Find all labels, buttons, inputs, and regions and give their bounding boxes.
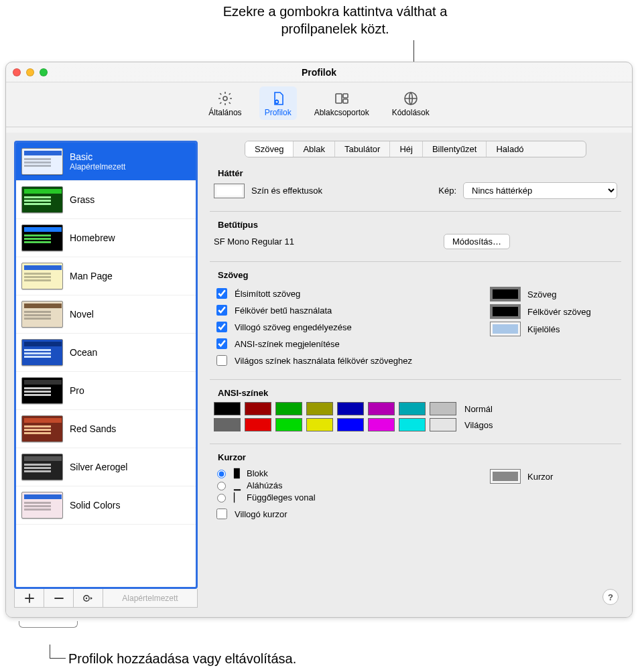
bright-bold-checkbox[interactable] xyxy=(216,355,227,366)
cursor-color-label: Kurzor xyxy=(527,472,553,482)
blink-cursor-label: Villogó kurzor xyxy=(235,509,288,519)
profile-subtitle: Alapértelmezett xyxy=(70,162,125,172)
profile-thumbnail xyxy=(21,263,63,289)
ansi-color-swatch[interactable] xyxy=(430,418,456,431)
ansi-color-swatch[interactable] xyxy=(337,418,364,431)
remove-profile-button[interactable] xyxy=(44,589,74,607)
svg-rect-2 xyxy=(336,94,342,103)
toolbar-profiles[interactable]: Profilok xyxy=(259,86,297,120)
text-color-label: Szöveg xyxy=(527,289,556,299)
blink-cursor-checkbox[interactable] xyxy=(216,509,227,519)
cursor-block-radio[interactable] xyxy=(217,470,226,478)
blink-text-checkbox[interactable] xyxy=(216,322,227,332)
profile-list[interactable]: BasicAlapértelmezettGrassHomebrewMan Pag… xyxy=(14,141,198,589)
ansi-bright-row: Világos xyxy=(214,418,617,431)
ansi-color-swatch[interactable] xyxy=(306,418,333,431)
preferences-toolbar: Általános Profilok Ablakcsoportok Kódolá… xyxy=(6,82,632,127)
window-title: Profilok xyxy=(6,67,632,78)
ansi-color-swatch[interactable] xyxy=(245,418,271,431)
ansi-color-swatch[interactable] xyxy=(214,402,241,415)
profile-row[interactable]: BasicAlapértelmezett xyxy=(16,143,196,181)
gear-icon xyxy=(216,89,235,108)
profile-row[interactable]: Red Sands xyxy=(16,410,196,448)
selection-color-label: Kijelölés xyxy=(527,324,560,334)
profile-row[interactable]: Man Page xyxy=(16,257,196,295)
ansi-color-swatch[interactable] xyxy=(214,418,241,431)
antialias-label: Élsimított szöveg xyxy=(235,289,300,299)
change-font-button[interactable]: Módosítás… xyxy=(444,234,510,249)
ansi-color-swatch[interactable] xyxy=(399,402,426,415)
profile-thumbnail xyxy=(21,492,63,519)
toolbar-label: Általános xyxy=(208,108,241,117)
profile-row[interactable]: Grass xyxy=(16,181,196,219)
help-button[interactable]: ? xyxy=(602,589,619,605)
profile-row[interactable]: Ocean xyxy=(16,334,196,372)
profile-row[interactable]: Novel xyxy=(16,295,196,334)
ansi-color-swatch[interactable] xyxy=(275,418,302,431)
add-profile-button[interactable] xyxy=(15,589,44,607)
image-label: Kép: xyxy=(438,186,456,196)
font-heading: Betűtípus xyxy=(218,220,617,230)
toolbar-general[interactable]: Általános xyxy=(203,86,247,120)
tab-advanced[interactable]: Haladó xyxy=(487,141,533,157)
profile-sidebar: BasicAlapértelmezettGrassHomebrewMan Pag… xyxy=(14,141,198,608)
profile-name: Novel xyxy=(70,309,94,320)
ansi-color-swatch[interactable] xyxy=(275,402,302,415)
ansi-color-swatch[interactable] xyxy=(368,418,395,431)
divider xyxy=(210,261,621,262)
profile-row[interactable]: Homebrew xyxy=(16,219,196,257)
text-heading: Szöveg xyxy=(218,270,617,280)
profile-row[interactable]: Solid Colors xyxy=(16,486,196,525)
ansi-color-swatch[interactable] xyxy=(245,402,271,415)
bold-color-swatch[interactable] xyxy=(490,304,521,319)
ansi-colors-checkbox[interactable] xyxy=(216,338,227,349)
toolbar-encodings[interactable]: Kódolások xyxy=(387,86,435,120)
set-default-button[interactable]: Alapértelmezett xyxy=(103,589,197,607)
ansi-color-swatch[interactable] xyxy=(306,402,333,415)
profile-thumbnail xyxy=(21,148,63,175)
ansi-color-swatch[interactable] xyxy=(337,402,364,415)
bright-bold-label: Világos színek használata félkövér szöve… xyxy=(235,356,412,366)
divider xyxy=(210,444,621,444)
antialias-checkbox[interactable] xyxy=(216,288,227,299)
selection-color-swatch[interactable] xyxy=(490,322,521,336)
cursor-heading: Kurzor xyxy=(218,452,617,462)
callout-top-text: Ezekre a gombokra kattintva válthat a pr… xyxy=(201,3,469,38)
callout-line xyxy=(50,645,66,659)
tab-text[interactable]: Szöveg xyxy=(245,141,294,157)
profile-name: Homebrew xyxy=(70,232,115,243)
bold-fonts-label: Félkövér betű használata xyxy=(235,306,332,316)
blink-text-label: Villogó szöveg engedélyezése xyxy=(235,322,352,332)
profile-name: Silver Aerogel xyxy=(70,462,127,472)
background-color-swatch[interactable] xyxy=(214,184,245,198)
profile-thumbnail xyxy=(21,186,63,213)
color-effects-label: Szín és effektusok xyxy=(251,186,322,196)
preferences-window: Profilok Általános Profilok Ablakcsoport… xyxy=(5,62,633,618)
cursor-underline-radio[interactable] xyxy=(217,482,226,490)
svg-rect-4 xyxy=(343,99,348,103)
cursor-color-swatch[interactable] xyxy=(490,469,521,484)
ansi-color-swatch[interactable] xyxy=(430,402,456,415)
ansi-color-swatch[interactable] xyxy=(399,418,426,431)
profile-row[interactable]: Pro xyxy=(16,372,196,410)
underline-glyph: ▁ xyxy=(233,480,241,490)
cursor-vbar-radio[interactable] xyxy=(217,494,226,502)
ansi-color-swatch[interactable] xyxy=(368,402,395,415)
toolbar-window-groups[interactable]: Ablakcsoportok xyxy=(309,86,375,120)
bold-fonts-checkbox[interactable] xyxy=(216,305,227,316)
text-color-swatch[interactable] xyxy=(490,287,521,301)
profile-thumbnail xyxy=(21,377,63,404)
cursor-underline-label: Aláhúzás xyxy=(247,480,282,490)
tab-shell[interactable]: Héj xyxy=(390,141,423,157)
profile-name: Solid Colors xyxy=(70,500,120,511)
profile-thumbnail xyxy=(21,415,63,442)
tab-window[interactable]: Ablak xyxy=(294,141,335,157)
profile-row[interactable]: Silver Aerogel xyxy=(16,448,196,486)
profile-name: Pro xyxy=(70,385,84,396)
tab-tabulator[interactable]: Tabulátor xyxy=(335,141,390,157)
background-image-popup[interactable]: Nincs háttérkép xyxy=(463,182,617,199)
tab-keyboard[interactable]: Billentyűzet xyxy=(423,141,487,157)
profile-thumbnail xyxy=(21,301,63,328)
divider xyxy=(210,379,621,380)
profile-actions-button[interactable] xyxy=(74,589,103,607)
